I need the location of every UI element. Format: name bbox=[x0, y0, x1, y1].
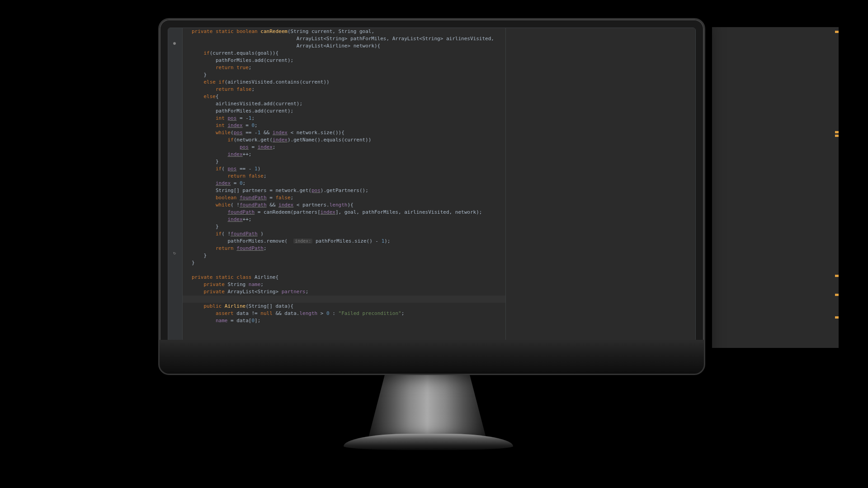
code-editor[interactable]: private static boolean canRedeem(String … bbox=[183, 28, 695, 365]
minimap-mark bbox=[835, 135, 839, 137]
gutter-icon[interactable]: ↻ bbox=[172, 250, 177, 256]
monitor-stand-neck bbox=[368, 374, 486, 437]
minimap-mark bbox=[835, 31, 839, 33]
editor-window: ●↻● private static boolean canRedeem(Str… bbox=[168, 28, 696, 366]
monitor-stand-base bbox=[344, 434, 513, 450]
editor-split-panel-right[interactable] bbox=[505, 28, 695, 365]
monitor-chin bbox=[160, 340, 704, 374]
minimap-mark bbox=[835, 294, 839, 296]
minimap-mark bbox=[835, 131, 839, 133]
editor-gutter[interactable]: ●↻● bbox=[168, 28, 183, 365]
minimap-mark bbox=[835, 275, 839, 277]
background-minimap-panel bbox=[712, 27, 839, 348]
gutter-icon[interactable]: ● bbox=[172, 41, 177, 46]
monitor-frame: ●↻● private static boolean canRedeem(Str… bbox=[158, 18, 705, 375]
minimap-mark bbox=[835, 316, 839, 319]
